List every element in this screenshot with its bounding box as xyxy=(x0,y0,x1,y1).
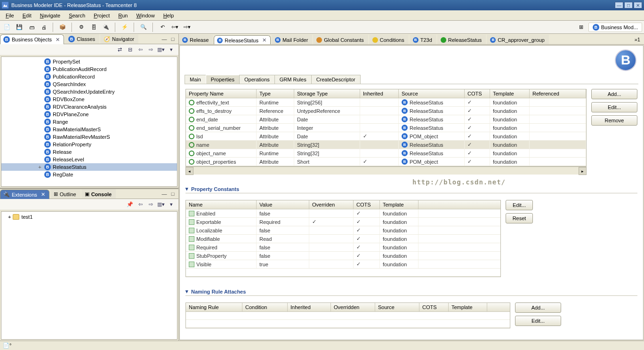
editor-tab-release[interactable]: BRelease xyxy=(179,35,213,44)
reset-button[interactable]: Reset xyxy=(506,213,533,223)
back-button[interactable]: ⇦▾ xyxy=(169,22,180,32)
view-tab-extensions[interactable]: 🔌Extensions✕ xyxy=(0,190,49,199)
view-minimize-button[interactable]: — xyxy=(161,35,168,43)
subtab-grm-rules[interactable]: GRM Rules xyxy=(274,75,312,84)
menu-search[interactable]: Search xyxy=(65,12,89,19)
table-row[interactable]: object_propertiesAttributeShort✓BPOM_obj… xyxy=(186,158,586,166)
wand-button[interactable]: ⚡ xyxy=(120,22,130,32)
menu-navigate[interactable]: Navigate xyxy=(36,12,64,19)
edit-button[interactable]: Edit... xyxy=(591,102,637,112)
editor-tab-releasestatus[interactable]: BReleaseStatus✕ xyxy=(214,35,271,45)
db-button[interactable]: 🗄 xyxy=(89,22,99,32)
table-row[interactable]: lsdAttributeDate✓BPOM_object✓foundation xyxy=(186,132,586,141)
menu-edit[interactable]: Edit xyxy=(19,12,35,19)
tree-node-release[interactable]: BRelease xyxy=(1,148,177,156)
editor-tabs-more[interactable]: »1 xyxy=(631,35,644,44)
view-menu-button[interactable]: ▾ xyxy=(167,46,176,54)
minimize-button[interactable]: — xyxy=(615,2,623,8)
tree-node-releaselevel[interactable]: BReleaseLevel xyxy=(1,156,177,163)
forward-button[interactable]: ⇨ xyxy=(146,200,155,209)
tree-node-publicationauditrecord[interactable]: BPublicationAuditRecord xyxy=(1,65,177,73)
tree-node-rawmaterialmasters[interactable]: BRawMaterialMasterS xyxy=(1,126,177,133)
filter-button[interactable]: ▥▾ xyxy=(157,200,165,209)
column-header[interactable]: COTS xyxy=(465,89,490,98)
table-row[interactable]: ExportableRequired✓✓foundation xyxy=(186,218,500,226)
extensions-tree[interactable]: +test1 xyxy=(1,211,177,340)
column-header[interactable]: Template xyxy=(380,200,419,209)
scroll-left-button[interactable]: ◂ xyxy=(185,167,193,175)
table-row[interactable]: end_serial_numberAttributeIntegerBReleas… xyxy=(186,124,586,132)
view-maximize-button[interactable]: □ xyxy=(169,190,177,198)
tree-node-releasestatus[interactable]: +BReleaseStatus xyxy=(1,163,177,171)
scroll-right-button[interactable]: ▸ xyxy=(579,167,587,175)
view-tab-classes[interactable]: BClasses xyxy=(65,34,99,44)
column-header[interactable]: Inherited xyxy=(360,89,399,98)
back-nav-button[interactable]: ⇦ xyxy=(136,46,145,54)
tree-node-qsearchindex[interactable]: BQSearchIndex xyxy=(1,80,177,88)
expand-icon[interactable]: + xyxy=(37,164,42,170)
column-header[interactable]: Source xyxy=(375,303,419,311)
back-button[interactable]: ⇦ xyxy=(136,200,145,209)
close-icon[interactable]: ✕ xyxy=(262,37,266,43)
column-header[interactable]: COTS xyxy=(354,200,380,209)
menu-help[interactable]: Help xyxy=(160,12,178,19)
column-header[interactable]: Referenced xyxy=(530,89,586,98)
view-maximize-button[interactable]: □ xyxy=(169,35,177,43)
subtab-createdescriptor[interactable]: CreateDescriptor xyxy=(311,75,361,84)
close-icon[interactable]: ✕ xyxy=(56,37,60,43)
table-row[interactable]: Enabledfalse✓foundation xyxy=(186,209,500,218)
table-row[interactable]: Localizablefalse✓foundation xyxy=(186,226,500,235)
maximize-button[interactable]: □ xyxy=(624,2,633,8)
lastedit-button[interactable]: ↶ xyxy=(157,22,168,32)
column-header[interactable]: Property Name xyxy=(186,89,257,98)
view-tab-console[interactable]: ▣Console xyxy=(81,189,116,199)
tree-node-range[interactable]: BRange xyxy=(1,118,177,126)
search-button[interactable]: 🔍 xyxy=(138,22,149,32)
edit-button[interactable]: Edit... xyxy=(506,200,533,210)
menu-window[interactable]: Window xyxy=(132,12,158,19)
properties-table[interactable]: Property NameTypeStorage TypeInheritedSo… xyxy=(185,89,587,167)
subtab-properties[interactable]: Properties xyxy=(206,75,240,84)
editor-tab-mail-folder[interactable]: BMail Folder xyxy=(272,35,312,44)
editor-tab-conditions[interactable]: Conditions xyxy=(369,35,409,44)
add-button[interactable]: Add... xyxy=(591,89,637,99)
column-header[interactable]: Value xyxy=(257,200,309,209)
collapse-all-button[interactable]: ⊟ xyxy=(126,46,134,54)
view-tab-business-objects[interactable]: BBusiness Objects✕ xyxy=(0,34,64,44)
table-row[interactable]: Requiredfalse✓foundation xyxy=(186,243,500,252)
twistie-icon[interactable]: ▾ xyxy=(185,186,188,192)
view-tab-outline[interactable]: ⊞Outline xyxy=(50,189,80,199)
close-icon[interactable]: ✕ xyxy=(41,191,45,198)
expand-icon[interactable]: + xyxy=(8,214,11,220)
pin-button[interactable]: 📌 xyxy=(126,200,134,209)
tree-node-propertyset[interactable]: BPropertySet xyxy=(1,58,177,65)
print-button[interactable]: 🖨 xyxy=(39,22,49,32)
tree-node-rdvclearanceanalysis[interactable]: BRDVClearanceAnalysis xyxy=(1,103,177,111)
tree-node-regdate[interactable]: BRegDate xyxy=(1,171,177,178)
editor-tab-t23d[interactable]: BT23d xyxy=(410,35,436,44)
table-row[interactable]: ModifiableRead✓foundation xyxy=(186,235,500,243)
table-row[interactable]: nameAttributeString[32]BReleaseStatus✓fo… xyxy=(186,141,586,149)
forward-button[interactable]: ⇨▾ xyxy=(182,22,192,32)
column-header[interactable]: COTS xyxy=(419,303,449,311)
table-row[interactable]: effectivity_textRuntimeString[256]BRelea… xyxy=(186,98,586,107)
tree-node-rdvplanezone[interactable]: BRDVPlaneZone xyxy=(1,111,177,118)
gear-button[interactable]: ⚙ xyxy=(76,22,87,32)
build-button[interactable]: 📦 xyxy=(57,22,68,32)
add-button[interactable]: Add... xyxy=(515,302,561,313)
column-header[interactable]: Source xyxy=(399,89,465,98)
filter-button[interactable]: ▥▾ xyxy=(157,46,165,54)
new-button[interactable]: 📄 xyxy=(2,22,12,32)
column-header[interactable]: Overridden xyxy=(331,303,375,311)
forward-nav-button[interactable]: ⇨ xyxy=(146,46,155,54)
column-header[interactable]: Storage Type xyxy=(294,89,360,98)
perspective-switcher[interactable]: B Business Mod... xyxy=(588,23,642,32)
close-button[interactable]: ✕ xyxy=(634,2,642,8)
table-row[interactable]: StubPropertyfalse✓foundation xyxy=(186,252,500,260)
twistie-icon[interactable]: ▾ xyxy=(185,288,188,294)
table-row[interactable]: effs_to_destroyReferenceUntypedReference… xyxy=(186,107,586,115)
table-row[interactable]: end_dateAttributeDateBReleaseStatus✓foun… xyxy=(186,115,586,124)
editor-tab-releasestatus[interactable]: ReleaseStatus xyxy=(437,35,486,44)
menu-project[interactable]: Project xyxy=(90,12,113,19)
tree-node-publicationrecord[interactable]: BPublicationRecord xyxy=(1,73,177,80)
